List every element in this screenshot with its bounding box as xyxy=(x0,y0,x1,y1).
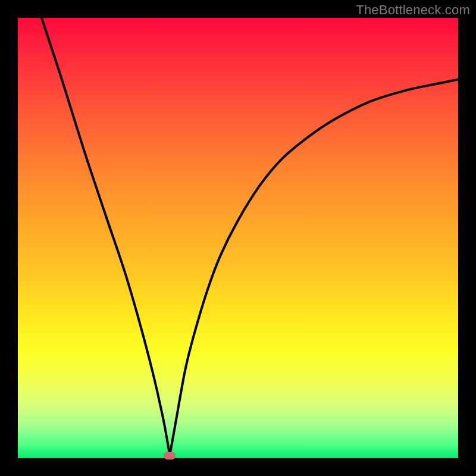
minimum-marker xyxy=(164,452,176,459)
curve-left-branch xyxy=(42,18,170,456)
curve-right-branch xyxy=(170,80,458,456)
chart-frame: TheBottleneck.com xyxy=(0,0,476,476)
watermark-text: TheBottleneck.com xyxy=(356,2,470,18)
curve-svg xyxy=(18,18,458,458)
plot-area xyxy=(18,18,458,458)
